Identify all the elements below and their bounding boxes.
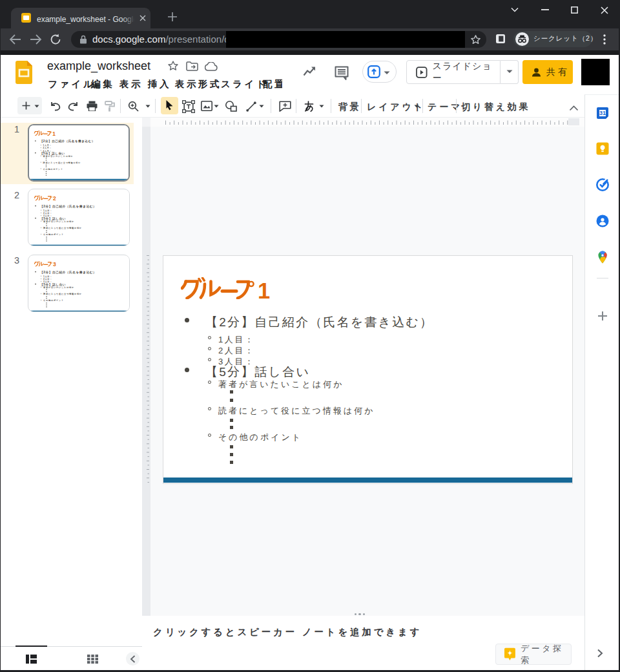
svg-text:31: 31 [599, 110, 606, 116]
